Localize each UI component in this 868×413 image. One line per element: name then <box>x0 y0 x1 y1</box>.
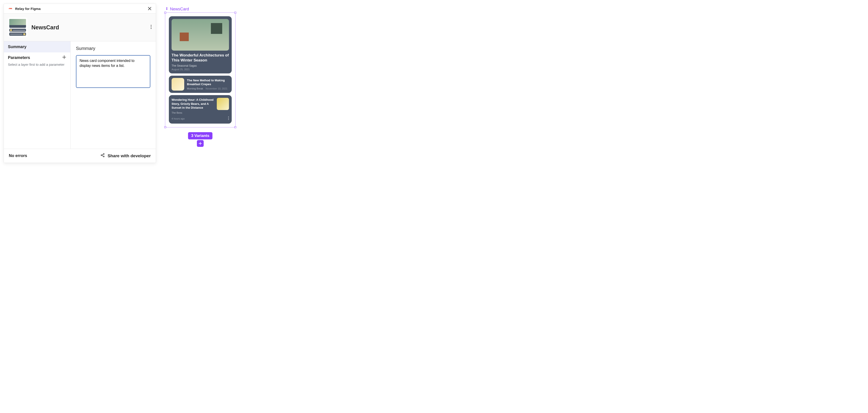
add-variant-button[interactable] <box>197 140 204 147</box>
tab-summary[interactable]: Summary <box>4 41 70 53</box>
svg-point-7 <box>228 118 229 119</box>
variants-pill[interactable]: 3 Variants <box>188 132 213 139</box>
parameters-header: Parameters <box>4 53 70 61</box>
card-author: The Seasonal Sagas <box>172 64 229 67</box>
selection-handle[interactable] <box>164 12 166 13</box>
component-more-button[interactable] <box>151 25 152 30</box>
share-icon <box>100 153 105 159</box>
svg-point-8 <box>228 119 229 120</box>
plugin-logo-icon <box>8 7 13 10</box>
content-heading: Summary <box>76 46 150 51</box>
plugin-title: Relay for Figma <box>8 7 41 11</box>
plugin-panel: Relay for Figma NewsCard Summary Paramet… <box>4 4 156 163</box>
selection-handle[interactable] <box>235 12 236 13</box>
component-name: NewsCard <box>31 24 147 31</box>
parameters-hint: Select a layer first to add a parameter <box>4 61 70 70</box>
card-meta: Morning Break November 10, 2021 <box>187 87 229 90</box>
share-label: Share with developer <box>107 153 151 158</box>
card-title: The Wonderful Architectures of This Wint… <box>172 53 229 63</box>
selection-handle[interactable] <box>235 126 236 128</box>
card-title: Wondering Hour: A Childhood Story, Grizz… <box>172 98 215 110</box>
component-frame[interactable]: The Wonderful Architectures of This Wint… <box>165 12 236 127</box>
figma-canvas: NewsCard The Wonderful Architectures of … <box>165 7 236 127</box>
share-button[interactable]: Share with developer <box>100 153 151 159</box>
cards-stack: The Wonderful Architectures of This Wint… <box>169 16 232 124</box>
component-header: NewsCard <box>4 13 156 41</box>
svg-point-3 <box>101 155 102 156</box>
sidebar: Summary Parameters Select a layer first … <box>4 41 70 149</box>
selection-handle[interactable] <box>164 126 166 128</box>
card-author: Morning Break <box>187 87 203 90</box>
component-thumbnail <box>8 18 27 37</box>
svg-point-0 <box>151 25 152 26</box>
panel-body: Summary Parameters Select a layer first … <box>4 41 156 149</box>
panel-header: Relay for Figma <box>4 4 156 13</box>
svg-point-2 <box>151 28 152 29</box>
content-pane: Summary <box>70 41 156 149</box>
card-date: November 10, 2021 <box>206 87 228 90</box>
card-title: The New Method to Making Breakfast Crepe… <box>187 78 229 86</box>
card-time-ago: 4 hours ago <box>172 117 185 120</box>
add-parameter-button[interactable] <box>62 55 66 60</box>
plugin-name: Relay for Figma <box>15 7 41 11</box>
card-date: August 25, 2021 <box>172 68 229 71</box>
svg-point-4 <box>103 153 104 154</box>
summary-textarea[interactable] <box>76 55 150 88</box>
card-hero-image <box>172 19 229 51</box>
card-menu-button[interactable] <box>228 116 229 121</box>
component-label[interactable]: NewsCard <box>165 7 236 11</box>
svg-point-1 <box>151 26 152 27</box>
svg-point-6 <box>228 117 229 117</box>
parameters-title: Parameters <box>8 55 30 60</box>
news-card-detail[interactable]: Wondering Hour: A Childhood Story, Grizz… <box>169 95 232 124</box>
panel-footer: No errors Share with developer <box>4 149 156 163</box>
news-card-compact[interactable]: The New Method to Making Breakfast Crepe… <box>169 76 232 93</box>
component-label-text: NewsCard <box>170 7 189 11</box>
news-card-hero[interactable]: The Wonderful Architectures of This Wint… <box>169 16 232 73</box>
svg-point-5 <box>103 156 104 157</box>
close-button[interactable] <box>148 6 152 11</box>
card-author: The Bees <box>172 112 229 114</box>
component-icon <box>165 7 168 11</box>
card-thumbnail <box>172 78 184 91</box>
status-text: No errors <box>9 153 27 158</box>
card-thumbnail <box>217 98 229 110</box>
